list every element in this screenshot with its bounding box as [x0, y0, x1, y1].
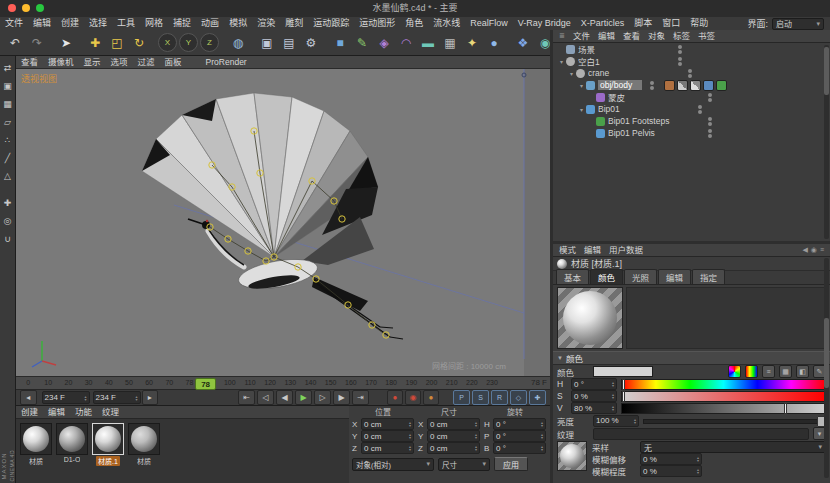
collapse-icon[interactable]: ▾ [577, 106, 586, 113]
visibility-dots[interactable] [678, 45, 682, 54]
model-mode-icon[interactable]: ▣ [1, 78, 15, 94]
record-scale-toggle[interactable]: S [472, 390, 489, 405]
attribute-scrollbar[interactable] [824, 258, 829, 478]
workplane-icon[interactable]: ▱ [1, 114, 15, 130]
value-slider[interactable] [621, 403, 826, 414]
rotation-field[interactable]: 0 °▴▾ [493, 442, 546, 454]
scroll-left-button[interactable]: ◂ [20, 390, 37, 405]
rotate-icon[interactable]: ↻ [129, 33, 149, 53]
visibility-dots[interactable] [708, 129, 712, 138]
attribute-menu-item[interactable]: 编辑 [580, 244, 605, 256]
points-mode-icon[interactable]: ∴ [1, 132, 15, 148]
visibility-dots[interactable] [688, 69, 692, 78]
menu-item[interactable]: 捕捉 [168, 17, 196, 30]
visibility-dots[interactable] [708, 93, 712, 102]
material-thumbnail[interactable] [56, 423, 88, 455]
saturation-slider[interactable] [621, 391, 826, 402]
menu-item[interactable]: 文件 [0, 17, 28, 30]
panel-menu-icon[interactable]: ≣ [557, 32, 567, 40]
apply-button[interactable]: 应用 [494, 457, 528, 471]
enable-axis-icon[interactable]: ✚ [1, 195, 15, 211]
material-menu-item[interactable]: 创建 [16, 406, 43, 418]
object-manager-menu-item[interactable]: 标签 [669, 30, 694, 42]
cloner-icon[interactable]: ❖ [513, 33, 533, 53]
rotation-field[interactable]: 0 °▴▾ [493, 430, 546, 442]
undo-icon[interactable]: ↶ [5, 33, 25, 53]
deformer-icon[interactable]: ◠ [396, 33, 416, 53]
menu-item[interactable]: 创建 [56, 17, 84, 30]
prev-frame-button[interactable]: ◀ [276, 390, 293, 405]
position-field[interactable]: 0 cm▴▾ [361, 442, 414, 454]
sky-icon[interactable]: ● [484, 33, 504, 53]
polygons-mode-icon[interactable]: △ [1, 168, 15, 184]
scroll-right-button[interactable]: ▸ [142, 390, 159, 405]
lock-x-icon[interactable]: X [158, 33, 177, 52]
camera-icon[interactable]: ▦ [440, 33, 460, 53]
viewport-menu-item[interactable]: 面板 [160, 56, 187, 68]
menu-item[interactable]: 工具 [112, 17, 140, 30]
menu-item[interactable]: 脚本 [629, 17, 657, 30]
object-manager-menu-item[interactable]: 查看 [619, 30, 644, 42]
menu-item[interactable]: 选择 [84, 17, 112, 30]
uvw-tag-icon[interactable] [690, 80, 701, 91]
size-field[interactable]: 0 cm▴▾ [427, 430, 480, 442]
rotation-field[interactable]: 0 °▴▾ [493, 418, 546, 430]
menu-item[interactable]: 雕刻 [280, 17, 308, 30]
object-manager-menu-item[interactable]: 编辑 [594, 30, 619, 42]
weights-tag-icon[interactable] [716, 80, 727, 91]
next-key-button[interactable]: ▶ [333, 390, 350, 405]
tab-luminance[interactable]: 光照 [624, 269, 657, 284]
spline-pen-icon[interactable]: ✎ [352, 33, 372, 53]
material-item[interactable]: D1-O [56, 423, 88, 466]
menu-item[interactable]: 渲染 [252, 17, 280, 30]
object-row-body[interactable]: ▾ obj/body [553, 79, 830, 91]
viewport-menu-item[interactable]: 过滤 [133, 56, 160, 68]
phong-tag-icon[interactable] [703, 80, 714, 91]
record-parameter-toggle[interactable]: ◇ [510, 390, 527, 405]
minimize-window-button[interactable] [22, 4, 30, 12]
menu-item[interactable]: 动画 [196, 17, 224, 30]
size-field[interactable]: 0 cm▴▾ [427, 442, 480, 454]
material-menu-item[interactable]: 功能 [70, 406, 97, 418]
viewport-menu-item[interactable]: ProRender [201, 56, 252, 68]
visibility-dots[interactable] [708, 117, 712, 126]
object-row-skin[interactable]: 蒙皮 [553, 91, 830, 103]
color-swatches-icon[interactable]: ▦ [779, 365, 792, 378]
light-icon[interactable]: ✦ [462, 33, 482, 53]
attribute-menu-item[interactable]: 用户数据 [605, 244, 647, 256]
render-view-icon[interactable]: ▣ [257, 33, 277, 53]
menu-item[interactable]: 网格 [140, 17, 168, 30]
viewport-menu-item[interactable]: 摄像机 [43, 56, 79, 68]
current-frame-marker[interactable]: 78 [195, 378, 216, 390]
object-row-footsteps[interactable]: Bip01 Footsteps [553, 115, 830, 127]
color-swatch[interactable] [593, 366, 653, 377]
record-pla-toggle[interactable]: ✚ [529, 390, 546, 405]
menu-item[interactable]: 运动图形 [354, 17, 400, 30]
object-row-crane[interactable]: ▾ crane [553, 67, 830, 79]
visibility-dots[interactable] [698, 105, 702, 114]
material-item[interactable]: 材质 [128, 423, 160, 466]
render-settings-icon[interactable]: ⚙ [301, 33, 321, 53]
blur-scale-field[interactable]: 0 %▴▾ [640, 465, 702, 477]
edges-mode-icon[interactable]: ╱ [1, 150, 15, 166]
color-section-header[interactable]: ▼ 颜色 [553, 351, 830, 365]
menu-item[interactable]: V-Ray Bridge [513, 17, 576, 30]
timeline-start-field[interactable]: 234 F▴▾ [42, 391, 90, 404]
object-row-null[interactable]: ▾ 空白1 [553, 55, 830, 67]
record-keyframe-button[interactable]: ● [387, 390, 403, 405]
size-field[interactable]: 0 cm▴▾ [427, 418, 480, 430]
brightness-slider[interactable] [643, 416, 826, 425]
collapse-icon[interactable]: ▾ [567, 70, 576, 77]
menu-item[interactable]: RealFlow [465, 17, 513, 30]
color-spectrum-icon[interactable] [745, 365, 758, 378]
live-selection-icon[interactable]: ➤ [56, 33, 76, 53]
texture-tag-icon[interactable] [677, 80, 688, 91]
material-thumbnail[interactable] [20, 423, 52, 455]
hue-slider[interactable] [621, 379, 826, 390]
record-position-toggle[interactable]: P [453, 390, 470, 405]
timeline-end-field[interactable]: 234 F▴▾ [93, 391, 141, 404]
viewport-menu-item[interactable]: 查看 [16, 56, 43, 68]
next-frame-button[interactable]: ▷ [314, 390, 331, 405]
attribute-menu-item[interactable]: 模式 [555, 244, 580, 256]
blur-offset-field[interactable]: 0 %▴▾ [640, 453, 702, 465]
